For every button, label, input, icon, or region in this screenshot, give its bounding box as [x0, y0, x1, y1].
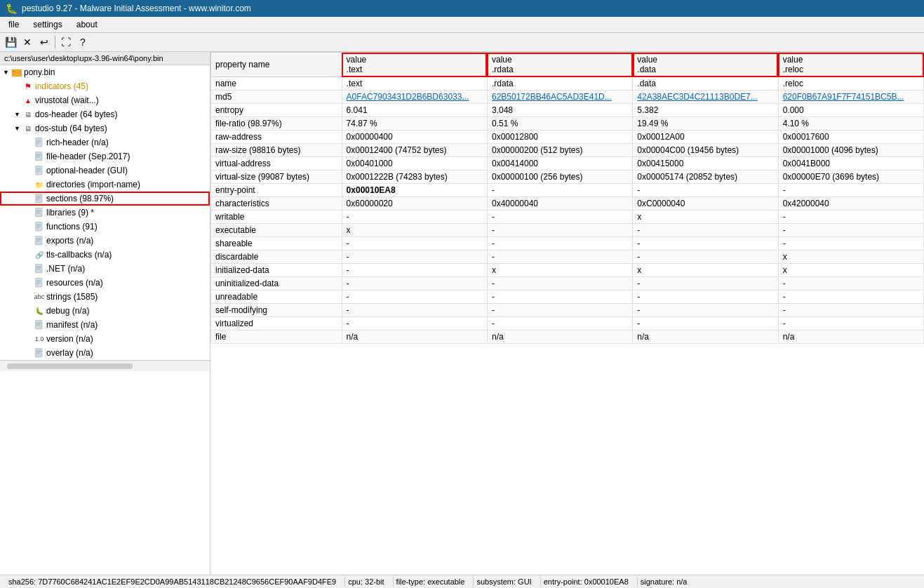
sidebar-item-dos-header[interactable]: ▼🖥dos-header (64 bytes)	[0, 107, 210, 121]
sidebar-item-optional-header[interactable]: optional-header (GUI)	[0, 163, 210, 178]
sidebar-item-file-header[interactable]: file-header (Sep.2017)	[0, 149, 210, 163]
cell-value-1: 6.041	[342, 104, 487, 117]
sidebar-item-indicators[interactable]: ⚑indicators (45)	[0, 79, 210, 93]
cell-value-1: 0x00012400 (74752 bytes)	[342, 144, 487, 157]
cell-value-1: -	[342, 211, 487, 224]
tree-icon-dos-stub: 🖥	[22, 123, 34, 134]
tree-label-optional-header: optional-header (GUI)	[46, 166, 128, 175]
cell-value-2: 0x00012800	[487, 131, 632, 144]
sidebar-item-net[interactable]: .NET (n/a)	[0, 262, 210, 276]
sidebar-item-version[interactable]: 1.0version (n/a)	[0, 332, 210, 346]
table-row[interactable]: shareable----	[211, 237, 924, 250]
sidebar-item-sections[interactable]: sections (98.97%)	[0, 192, 210, 206]
table-row[interactable]: characteristics0x600000200x400000400xC00…	[211, 197, 924, 211]
main-layout: c:\users\user\desktop\upx-3.96-win64\pon…	[0, 52, 924, 582]
status-sha256: sha256: 7D7760C684241AC1E2EF9E2CD0A99AB5…	[6, 577, 345, 582]
table-row[interactable]: md5A0FAC7903431D2B6BD63033...62B50172BB4…	[211, 91, 924, 104]
cell-value-3: 5.382	[633, 104, 778, 117]
table-row[interactable]: raw-size (98816 bytes)0x00012400 (74752 …	[211, 144, 924, 157]
title-bar: 🐛 pestudio 9.27 - Malware Initial Assess…	[0, 0, 924, 17]
table-row[interactable]: uninitialized-data----	[211, 277, 924, 290]
cell-value-4: -	[778, 317, 923, 330]
cell-value-1[interactable]: A0FAC7903431D2B6BD63033...	[342, 91, 487, 104]
tree-label-debug: debug (n/a)	[46, 306, 89, 316]
table-row[interactable]: discardable---x	[211, 250, 924, 264]
tree-label-functions: functions (91)	[46, 222, 98, 232]
content-area[interactable]: property name value .text value .rdata v…	[210, 52, 924, 582]
toolbar-view[interactable]: ⛶	[58, 34, 74, 50]
cell-value-1: .text	[342, 77, 487, 91]
cell-property: md5	[211, 91, 342, 104]
tree-label-manifest: manifest (n/a)	[46, 320, 98, 330]
table-row[interactable]: file-ratio (98.97%)74.87 %0.51 %19.49 %4…	[211, 117, 924, 131]
table-row[interactable]: entry-point0x00010EA8---	[211, 184, 924, 197]
cell-value-1: 0x00010EA8	[342, 184, 487, 197]
menu-settings[interactable]: settings	[27, 18, 67, 31]
cell-value-1: 0x0001222B (74283 bytes)	[342, 171, 487, 184]
col-value2: value .rdata	[487, 53, 632, 77]
table-row[interactable]: unreadable----	[211, 290, 924, 304]
sidebar-item-rich-header[interactable]: rich-header (n/a)	[0, 135, 210, 149]
sidebar-item-dos-stub[interactable]: ▼🖥dos-stub (64 bytes)	[0, 121, 210, 135]
sidebar-item-strings[interactable]: abcstrings (1585)	[0, 290, 210, 304]
table-row[interactable]: virtual-address0x004010000x004140000x004…	[211, 157, 924, 171]
cell-property: unreadable	[211, 290, 342, 304]
sidebar-item-debug[interactable]: 🐛debug (n/a)	[0, 304, 210, 318]
sidebar-item-root[interactable]: ▼pony.bin	[0, 65, 210, 79]
cell-value-2[interactable]: 62B50172BB46AC5AD3E41D...	[487, 91, 632, 104]
sidebar[interactable]: c:\users\user\desktop\upx-3.96-win64\pon…	[0, 52, 210, 582]
menu-about[interactable]: about	[71, 18, 103, 31]
table-row[interactable]: writable--x-	[211, 211, 924, 224]
cell-value-1: 0x00401000	[342, 157, 487, 171]
table-row[interactable]: name.text.rdata.data.reloc	[211, 77, 924, 91]
cell-value-4: 0x00000E70 (3696 bytes)	[778, 171, 923, 184]
sections-table: property name value .text value .rdata v…	[210, 52, 924, 344]
sidebar-item-tls-callbacks[interactable]: 🔗tls-callbacks (n/a)	[0, 248, 210, 262]
cell-value-4: 0x00017600	[778, 131, 923, 144]
toolbar-help[interactable]: ?	[75, 34, 91, 50]
table-row[interactable]: virtualized----	[211, 317, 924, 330]
cell-value-4: -	[778, 237, 923, 250]
cell-property: file	[211, 330, 342, 344]
cell-property: executable	[211, 224, 342, 237]
sidebar-item-manifest[interactable]: manifest (n/a)	[0, 318, 210, 332]
cell-property: entropy	[211, 104, 342, 117]
toolbar-close[interactable]: ✕	[20, 34, 35, 50]
sidebar-item-resources[interactable]: resources (n/a)	[0, 276, 210, 290]
sidebar-item-exports[interactable]: exports (n/a)	[0, 234, 210, 248]
table-row[interactable]: executablex---	[211, 224, 924, 237]
table-row[interactable]: raw-address0x000004000x000128000x00012A0…	[211, 131, 924, 144]
sidebar-item-virustotal[interactable]: ▲virustotal (wait...)	[0, 93, 210, 107]
tree-label-root: pony.bin	[24, 67, 55, 77]
cell-value-3[interactable]: 42A38AEC3D4C21113B0DE7...	[633, 91, 778, 104]
toolbar-save[interactable]: 💾	[3, 34, 18, 50]
cell-value-1: x	[342, 224, 487, 237]
sidebar-item-overlay[interactable]: overlay (n/a)	[0, 346, 210, 360]
sidebar-item-functions[interactable]: functions (91)	[0, 220, 210, 234]
sidebar-item-libraries[interactable]: libraries (9) *	[0, 206, 210, 220]
cell-value-3: -	[633, 237, 778, 250]
svg-rect-0	[12, 69, 22, 76]
sidebar-item-directories[interactable]: 📁directories (import-name)	[0, 178, 210, 192]
svg-rect-1	[12, 71, 16, 72]
table-row[interactable]: self-modifying----	[211, 304, 924, 317]
cell-value-4: 0x0041B000	[778, 157, 923, 171]
table-row[interactable]: entropy6.0413.0485.3820.000	[211, 104, 924, 117]
cell-value-4: -	[778, 290, 923, 304]
table-row[interactable]: filen/an/an/an/a	[211, 330, 924, 344]
cell-value-3: -	[633, 277, 778, 290]
menu-file[interactable]: file	[3, 18, 25, 31]
toolbar-refresh[interactable]: ↩	[36, 34, 52, 50]
toolbar: 💾 ✕ ↩ ⛶ ?	[0, 33, 924, 52]
svg-rect-2	[35, 138, 42, 147]
svg-rect-38	[35, 320, 42, 329]
table-row[interactable]: virtual-size (99087 bytes)0x0001222B (74…	[211, 171, 924, 184]
cell-value-3: x	[633, 211, 778, 224]
cell-value-4[interactable]: 620F0B67A91F7F74151BC5B...	[778, 91, 923, 104]
table-row[interactable]: initialized-data-xxx	[211, 264, 924, 277]
cell-value-4: 4.10 %	[778, 117, 923, 131]
col-value4: value .reloc	[778, 53, 923, 77]
tree-icon-exports	[34, 235, 45, 246]
cell-value-4: -	[778, 211, 923, 224]
cell-value-2: -	[487, 237, 632, 250]
